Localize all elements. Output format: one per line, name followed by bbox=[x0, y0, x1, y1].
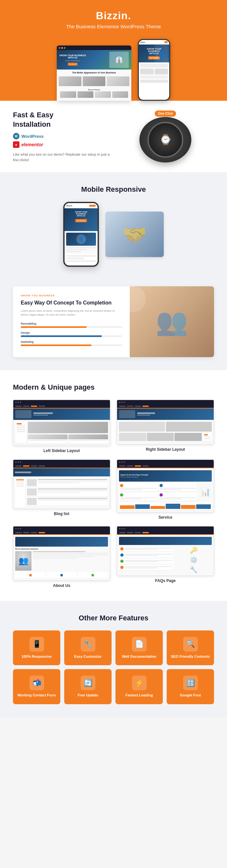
phone-nav: Bizzin. ☰ bbox=[139, 40, 169, 44]
font-icon: 🔠 bbox=[183, 676, 198, 690]
page-label-faq: FAQs Page bbox=[155, 579, 176, 583]
page-nav-bar-2 bbox=[117, 405, 214, 408]
page-item-faq: 🔑 ⚙️ 🔧 FAQs Page bbox=[117, 526, 214, 588]
page-label-right-sidebar: Right Sidebar Layout bbox=[146, 447, 185, 452]
concept-card: GROW YOU BUSINESS Easy Way Of Concept To… bbox=[13, 286, 214, 357]
hero-subtitle: The Business Elementor WordPress Theme bbox=[6, 24, 221, 29]
dot-green bbox=[64, 47, 66, 49]
page-mockup-service: Appear On the First Page of Google!Servi… bbox=[117, 460, 214, 513]
mobile-phone-hero: GROW YOURBUSINESSWITH US Get Started bbox=[65, 208, 98, 231]
progress-marketing: Marketing bbox=[21, 340, 122, 346]
hero-desktop-mockup: GROW YOUR BUSINESSWITH US Business Growt… bbox=[57, 45, 131, 101]
page-mockup-body-5: We are passionate employees 👥 bbox=[13, 535, 110, 580]
concept-title: Easy Way Of Concept To Completion bbox=[21, 300, 122, 306]
documentation-icon: 📄 bbox=[132, 637, 147, 652]
install-right: One Click ⌚ bbox=[117, 111, 214, 162]
page-mockup-header bbox=[13, 400, 110, 405]
customize-label: Easy Customize bbox=[74, 654, 102, 659]
mobile-hero-cta: Get Started bbox=[75, 219, 87, 222]
feature-customize: 🔧 Easy Customize bbox=[64, 630, 112, 665]
pages-section: Modern & Unique pages bbox=[0, 370, 227, 601]
watch-mockup: ⌚ bbox=[140, 117, 191, 162]
page-mockup-header-3 bbox=[13, 460, 110, 464]
progress-label-1: Remodeling bbox=[21, 322, 122, 325]
loading-icon: ⚡ bbox=[132, 676, 147, 690]
page-mockup-body-3 bbox=[13, 468, 110, 508]
seo-icon: 🔍 bbox=[183, 637, 198, 652]
pages-grid: Left Sidebar Layout bbox=[13, 400, 214, 588]
desktop-content-section: The Better Appearance of Your Business R… bbox=[57, 69, 131, 100]
customize-icon: 🔧 bbox=[81, 637, 96, 652]
feature-responsive: 📱 100% Responsive bbox=[13, 630, 60, 665]
features-section: Other More Features 📱 100% Responsive 🔧 … bbox=[0, 601, 227, 717]
concept-left: GROW YOU BUSINESS Easy Way Of Concept To… bbox=[13, 286, 130, 357]
wordpress-label: WordPress bbox=[22, 134, 43, 139]
progress-bg-3 bbox=[21, 344, 122, 346]
pages-section-title: Modern & Unique pages bbox=[13, 383, 214, 392]
hero-section: Bizzin. The Business Elementor WordPress… bbox=[0, 0, 227, 101]
mobile-section-title: Mobile Responsive bbox=[13, 185, 214, 194]
mobile-phone-menu bbox=[89, 205, 96, 207]
mobile-phone-mockup: Bizzin. GROW YOURBUSINESSWITH US Get Sta… bbox=[63, 202, 99, 267]
page-label-service: Service bbox=[159, 515, 173, 520]
mobile-phone-header: Bizzin. bbox=[65, 203, 98, 208]
wordpress-logo: W WordPress bbox=[13, 133, 110, 140]
dot-yellow bbox=[61, 47, 63, 49]
page-mockup-header-6 bbox=[117, 526, 214, 531]
documentation-label: Well Documentation bbox=[122, 654, 156, 659]
page-mockup-left-sidebar bbox=[13, 400, 110, 446]
page-mockup-about: We are passionate employees 👥 bbox=[13, 526, 110, 581]
page-nav-bar-5 bbox=[13, 531, 110, 535]
feature-documentation: 📄 Well Documentation bbox=[115, 630, 163, 665]
mobile-hero-title: GROW YOURBUSINESSWITH US bbox=[67, 211, 95, 217]
page-nav-bar-3 bbox=[13, 464, 110, 468]
desktop-hero-text: GROW YOUR BUSINESSWITH US Business Growt… bbox=[59, 54, 86, 66]
desktop-hero-content: GROW YOUR BUSINESSWITH US Business Growt… bbox=[57, 50, 131, 69]
phone-hero-img: GROW YOURBUSINESSWITH US Get Started 👤 bbox=[139, 44, 169, 62]
elementor-icon: e bbox=[13, 142, 20, 148]
install-section: Fast & EasyInstallation W WordPress e el… bbox=[0, 101, 227, 172]
phone-screen: Bizzin. ☰ GROW YOURBUSINESSWITH US Get S… bbox=[139, 40, 169, 100]
wp-icon: W bbox=[13, 133, 20, 140]
page-mockup-right-sidebar bbox=[117, 400, 214, 444]
watch-face: ⌚ bbox=[148, 122, 183, 158]
watch-hands: ⌚ bbox=[159, 135, 172, 145]
feature-font: 🔠 Google Font bbox=[167, 669, 214, 704]
progress-fill-1 bbox=[21, 326, 86, 328]
concept-section: GROW YOU BUSINESS Easy Way Of Concept To… bbox=[0, 280, 227, 370]
hands-icon: 🤝 bbox=[122, 223, 147, 246]
concept-desc: Lorem ipsum dolor sit amet, consectetur … bbox=[21, 309, 122, 317]
page-item-left-sidebar: Left Sidebar Layout bbox=[13, 400, 110, 453]
progress-fill-3 bbox=[21, 344, 91, 346]
page-mockup-header-5 bbox=[13, 526, 110, 531]
feature-contact: 📬 Working Contact Form bbox=[13, 669, 60, 704]
responsive-label: 100% Responsive bbox=[22, 654, 52, 659]
concept-tag: GROW YOU BUSINESS bbox=[21, 294, 122, 297]
seo-label: SEO Friendly Contents bbox=[171, 654, 210, 659]
page-item-right-sidebar: Right Sidebar Layout bbox=[117, 400, 214, 453]
concept-right: 👥 bbox=[130, 286, 214, 357]
install-left: Fast & EasyInstallation W WordPress e el… bbox=[13, 111, 110, 162]
page-item-about: We are passionate employees 👥 bbox=[13, 526, 110, 588]
desktop-titlebar bbox=[57, 45, 131, 50]
page-nav-bar bbox=[13, 405, 110, 408]
mobile-showcase: Bizzin. GROW YOURBUSINESSWITH US Get Sta… bbox=[13, 202, 214, 267]
dot-red bbox=[59, 47, 60, 49]
page-item-blog: Blog list bbox=[13, 460, 110, 520]
hero-phone-mockup: Bizzin. ☰ GROW YOURBUSINESSWITH US Get S… bbox=[138, 39, 170, 101]
phone-nav-logo: Bizzin. bbox=[141, 41, 146, 43]
mobile-phone-logo: Bizzin. bbox=[67, 205, 73, 207]
progress-label-2: Design bbox=[21, 331, 122, 334]
loading-label: Fastest Loading bbox=[125, 693, 153, 698]
features-grid: 📱 100% Responsive 🔧 Easy Customize 📄 Wel… bbox=[13, 630, 214, 704]
progress-bg-2 bbox=[21, 335, 122, 337]
update-icon: 🔄 bbox=[81, 676, 96, 690]
page-item-service: Appear On the First Page of Google!Servi… bbox=[117, 460, 214, 520]
elementor-label: elementor bbox=[22, 142, 43, 147]
hero-images: GROW YOUR BUSINESSWITH US Business Growt… bbox=[6, 36, 221, 101]
contact-label: Working Contact Form bbox=[17, 693, 56, 698]
mobile-phone-screen: Bizzin. GROW YOURBUSINESSWITH US Get Sta… bbox=[65, 203, 98, 266]
progress-label-3: Marketing bbox=[21, 340, 122, 343]
install-heading: Fast & EasyInstallation bbox=[13, 111, 110, 129]
hands-image: 🤝 bbox=[105, 212, 164, 257]
